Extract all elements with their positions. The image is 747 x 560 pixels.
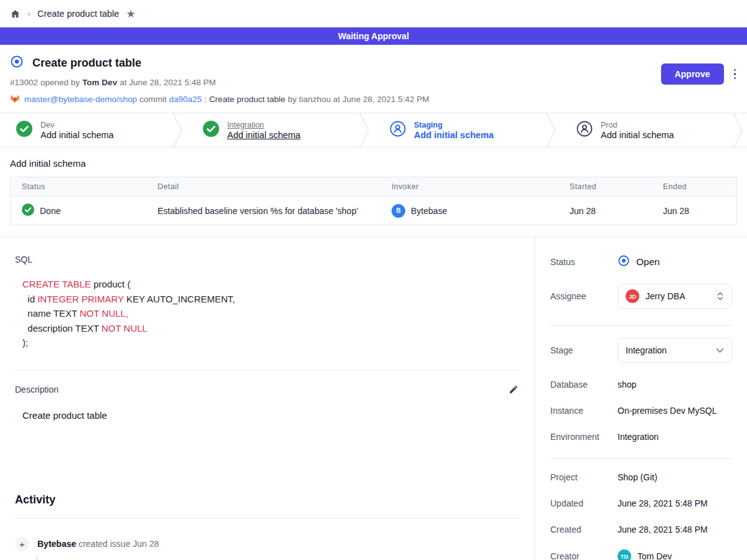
stage-separator — [732, 113, 747, 148]
stage-pending-approval-icon — [390, 121, 406, 139]
description-label: Description — [15, 385, 59, 394]
done-check-icon — [22, 203, 34, 218]
task-table-header: Status Detail Invoker Started Ended — [11, 177, 736, 197]
description-content: Create product table — [22, 410, 520, 421]
jerry-avatar: JD — [626, 289, 639, 303]
updown-chevron-icon — [716, 291, 724, 301]
section-divider — [15, 518, 520, 519]
pipeline-stage-dev[interactable]: DevAdd initial schema — [0, 113, 172, 147]
created-value: June 28, 2021 5:48 PM — [618, 525, 708, 534]
section-divider — [15, 370, 520, 370]
bookmark-star-icon[interactable]: ★ — [126, 7, 135, 21]
database-label: Database — [550, 380, 618, 390]
breadcrumb-page-title: Create product table — [37, 9, 119, 19]
stage-pending-icon — [576, 121, 593, 139]
commit-hash-link[interactable]: da90a25 — [169, 95, 202, 104]
issue-sidebar: Status Open Assignee JD Jerry DBA Stage — [535, 237, 747, 560]
commit-message: Create product table — [209, 95, 285, 104]
plus-icon: + — [15, 537, 29, 551]
task-status: Done — [40, 206, 60, 216]
activity-action: created issue Jun 28 — [78, 539, 159, 549]
stage-label: Stage — [550, 345, 618, 355]
issue-open-icon — [10, 55, 24, 71]
environment-value: Integration — [618, 432, 659, 442]
stage-separator — [545, 113, 560, 148]
creator-value: Tom Dev — [637, 551, 672, 560]
issue-meta-line: #13002 opened by Tom Dev at June 28, 202… — [10, 78, 737, 87]
bytebase-avatar: B — [392, 204, 405, 218]
edit-pencil-icon[interactable] — [507, 383, 520, 396]
home-icon[interactable] — [10, 9, 21, 19]
task-detail: Established baseline version %s for data… — [157, 206, 392, 216]
project-value: Shop (Git) — [618, 472, 657, 482]
issue-author: Tom Dev — [82, 78, 117, 87]
commit-meta-line: master@bytebase-demo/shop commit da90a25… — [10, 94, 737, 104]
timeline-connector — [36, 555, 37, 560]
chevron-right-icon: › — [27, 8, 31, 19]
tom-avatar: TD — [618, 549, 631, 560]
instance-value: On-premises Dev MySQL — [618, 406, 716, 416]
stage-done-icon — [16, 121, 32, 139]
pipeline-stage-staging[interactable]: StagingAdd initial schema — [374, 113, 545, 147]
task-invoker: Bytebase — [411, 206, 447, 216]
pipeline-stage-integration[interactable]: IntegrationAdd initial schema — [187, 113, 359, 147]
pipeline-stage-prod[interactable]: ProdAdd initial schema — [560, 113, 732, 147]
status-label: Status — [550, 257, 618, 267]
task-heading: Add initial schema — [10, 158, 737, 169]
breadcrumb: › Create product table ★ — [0, 0, 747, 27]
activity-actor: Bytebase — [37, 539, 76, 549]
environment-label: Environment — [550, 432, 618, 442]
assignee-label: Assignee — [550, 291, 618, 301]
project-label: Project — [550, 472, 618, 482]
page-title: Create product table — [32, 57, 141, 70]
sidebar-divider — [550, 459, 732, 459]
stage-separator — [172, 113, 187, 148]
branch-repo-link[interactable]: master@bytebase-demo/shop — [24, 95, 137, 104]
task-table-row[interactable]: Done Established baseline version %s for… — [11, 197, 736, 225]
activity-heading: Activity — [15, 493, 520, 506]
stage-select[interactable]: Integration — [618, 338, 732, 363]
stage-separator — [359, 113, 374, 148]
sql-label: SQL — [15, 254, 520, 264]
task-section: Add initial schema Status Detail Invoker… — [0, 147, 747, 236]
database-value: shop — [618, 380, 636, 390]
assignee-select[interactable]: JD Jerry DBA — [618, 284, 732, 309]
status-banner-text: Waiting Approval — [338, 31, 409, 41]
instance-label: Instance — [550, 406, 618, 416]
task-ended: Jun 28 — [663, 206, 736, 216]
creator-label: Creator — [550, 551, 618, 560]
task-table: Status Detail Invoker Started Ended Done… — [10, 177, 737, 225]
pipeline-stage-bar: DevAdd initial schema IntegrationAdd ini… — [0, 113, 747, 147]
task-started: Jun 28 — [570, 206, 663, 216]
status-value: Open — [636, 256, 660, 268]
updated-value: June 28, 2021 5:48 PM — [618, 498, 708, 508]
stage-done-icon — [203, 121, 219, 139]
sql-statement: CREATE TABLE product ( id INTEGER PRIMAR… — [22, 277, 520, 350]
updated-label: Updated — [550, 498, 618, 508]
status-banner: Waiting Approval — [0, 27, 747, 45]
gitlab-icon — [10, 94, 20, 104]
issue-header: Create product table #13002 opened by To… — [0, 45, 747, 113]
more-options-icon[interactable] — [731, 67, 739, 82]
activity-item: + Bytebase created issue Jun 28 — [15, 537, 520, 551]
approve-button[interactable]: Approve — [661, 63, 724, 85]
issue-id: #13002 — [10, 78, 38, 87]
chevron-down-icon — [716, 348, 724, 353]
issue-detail-panel: SQL CREATE TABLE product ( id INTEGER PR… — [0, 237, 535, 560]
open-status-icon — [618, 254, 630, 269]
sidebar-divider — [550, 325, 732, 326]
created-label: Created — [550, 525, 618, 534]
